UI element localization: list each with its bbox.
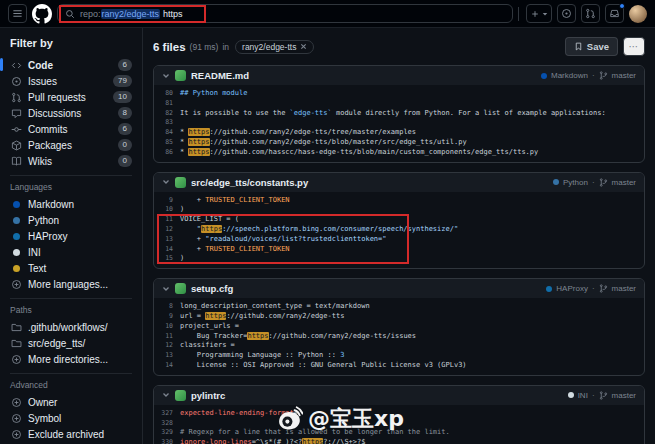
search-input[interactable]: repo:rany2/edge-ttshttps bbox=[57, 4, 513, 23]
language-label: INI bbox=[28, 247, 41, 258]
notifications-button[interactable] bbox=[605, 4, 624, 23]
plus-circle-icon bbox=[10, 354, 22, 365]
file-name-link[interactable]: README.md bbox=[191, 70, 249, 81]
line-number[interactable]: 10 bbox=[154, 205, 180, 215]
code-text: + "readaloud/voices/list?trustedclientto… bbox=[180, 235, 387, 245]
code-snippet: 8long_description_content_type = text/ma… bbox=[154, 298, 644, 375]
save-button-label: Save bbox=[587, 41, 609, 52]
line-number[interactable]: 330 bbox=[154, 438, 180, 444]
code-text: License :: OSI Approved :: GNU General P… bbox=[180, 361, 467, 371]
chevron-down-icon bbox=[162, 391, 170, 399]
result-card-header[interactable]: setup.cfgHAProxy·master bbox=[154, 279, 644, 298]
code-text: ) bbox=[180, 254, 184, 264]
line-number[interactable]: 15 bbox=[154, 254, 180, 264]
result-card-header[interactable]: README.mdMarkdown·master bbox=[154, 66, 644, 85]
line-number[interactable]: 13 bbox=[154, 351, 180, 361]
weibo-icon bbox=[276, 406, 303, 433]
code-line: 82It is possible to use the `edge-tts` m… bbox=[154, 109, 644, 119]
line-number[interactable]: 83 bbox=[154, 118, 180, 128]
sidebar-item-commits[interactable]: Commits6 bbox=[10, 121, 132, 137]
line-number[interactable]: 12 bbox=[154, 225, 180, 235]
sidebar-item-pull-requests[interactable]: Pull requests10 bbox=[10, 89, 132, 105]
advanced-filter-exclude-archived[interactable]: Exclude archived bbox=[10, 426, 132, 442]
sidebar-item-label: Wikis bbox=[28, 156, 52, 167]
save-search-button[interactable]: Save bbox=[565, 37, 618, 56]
hamburger-menu-button[interactable] bbox=[8, 4, 27, 23]
user-avatar[interactable] bbox=[629, 5, 647, 23]
sidebar-item-issues[interactable]: Issues79 bbox=[10, 73, 132, 89]
line-number[interactable]: 11 bbox=[154, 332, 180, 342]
file-name-link[interactable]: src/edge_tts/constants.py bbox=[191, 177, 308, 188]
line-number[interactable]: 327 bbox=[154, 409, 180, 419]
language-filter-ini[interactable]: INI bbox=[10, 244, 132, 260]
branch-label: master bbox=[612, 391, 636, 400]
code-line: 14 + TRUSTED_CLIENT_TOKEN bbox=[154, 245, 644, 255]
line-number[interactable]: 9 bbox=[154, 312, 180, 322]
line-number[interactable]: 328 bbox=[154, 419, 180, 429]
path-filter[interactable]: .github/workflows/ bbox=[10, 319, 132, 335]
filter-sidebar: Filter by Code6Issues79Pull requests10Di… bbox=[0, 28, 143, 444]
line-number[interactable]: 329 bbox=[154, 428, 180, 438]
sidebar-item-wikis[interactable]: Wikis0 bbox=[10, 153, 132, 169]
result-card-header[interactable]: pylintrcINI·master bbox=[154, 386, 644, 405]
line-number[interactable]: 85 bbox=[154, 138, 180, 148]
more-languages[interactable]: More languages... bbox=[10, 276, 132, 292]
watermark-text: @宝玉xp bbox=[308, 404, 404, 434]
line-number[interactable]: 82 bbox=[154, 109, 180, 119]
search-query: repo:rany2/edge-ttshttps bbox=[80, 9, 183, 19]
line-number[interactable]: 86 bbox=[154, 148, 180, 158]
repo-filter-chip[interactable]: rany2/edge-tts bbox=[235, 40, 314, 54]
line-number[interactable]: 14 bbox=[154, 361, 180, 371]
language-filter-python[interactable]: Python bbox=[10, 212, 132, 228]
line-number[interactable]: 8 bbox=[154, 302, 180, 312]
code-line: 9url = https://github.com/rany2/edge-tts bbox=[154, 312, 644, 322]
code-text: It is possible to use the `edge-tts` mod… bbox=[180, 109, 606, 119]
more-options-button[interactable]: ⋯ bbox=[623, 37, 645, 56]
sidebar-item-label: Code bbox=[28, 60, 53, 71]
code-text: * https://github.com/hasscc/hass-edge-tt… bbox=[180, 148, 538, 158]
file-name-link[interactable]: pylintrc bbox=[191, 390, 225, 401]
discussion-icon bbox=[10, 108, 22, 119]
github-logo[interactable] bbox=[32, 4, 52, 24]
line-number[interactable]: 13 bbox=[154, 235, 180, 245]
line-number[interactable]: 80 bbox=[154, 89, 180, 99]
language-filter-haproxy[interactable]: HAProxy bbox=[10, 228, 132, 244]
line-number[interactable]: 10 bbox=[154, 322, 180, 332]
sidebar-item-code[interactable]: Code6 bbox=[10, 57, 132, 73]
language-color-dot bbox=[568, 392, 574, 398]
meta-separator: · bbox=[592, 71, 595, 80]
bookmark-icon bbox=[574, 42, 583, 51]
sidebar-item-label: Issues bbox=[28, 76, 57, 87]
pull-requests-nav-button[interactable] bbox=[581, 4, 600, 23]
code-line: 8long_description_content_type = text/ma… bbox=[154, 302, 644, 312]
language-filter-text[interactable]: Text bbox=[10, 260, 132, 276]
plus-circle-icon bbox=[10, 429, 22, 440]
language-label: Python bbox=[28, 215, 59, 226]
create-new-button[interactable] bbox=[526, 4, 552, 23]
more-directories[interactable]: More directories... bbox=[10, 351, 132, 367]
code-line: 11VOICE_LIST = ( bbox=[154, 215, 644, 225]
advanced-filter-owner[interactable]: Owner bbox=[10, 394, 132, 410]
file-name-link[interactable]: setup.cfg bbox=[191, 283, 233, 294]
close-icon[interactable] bbox=[300, 43, 307, 50]
git-branch-icon bbox=[599, 178, 608, 187]
line-number[interactable]: 81 bbox=[154, 99, 180, 109]
code-text: * https://github.com/rany2/edge-tts/blob… bbox=[180, 138, 467, 148]
language-label: HAProxy bbox=[28, 231, 67, 242]
line-number[interactable]: 12 bbox=[154, 341, 180, 351]
advanced-filter-label: Symbol bbox=[28, 413, 61, 424]
line-number[interactable]: 9 bbox=[154, 196, 180, 206]
language-filter-markdown[interactable]: Markdown bbox=[10, 196, 132, 212]
sidebar-item-packages[interactable]: Packages0 bbox=[10, 137, 132, 153]
sidebar-item-label: Commits bbox=[28, 124, 67, 135]
line-number[interactable]: 14 bbox=[154, 245, 180, 255]
result-card-header[interactable]: src/edge_tts/constants.pyPython·master bbox=[154, 173, 644, 192]
results-count: 6 files bbox=[153, 41, 186, 53]
sidebar-item-discussions[interactable]: Discussions8 bbox=[10, 105, 132, 121]
path-filter[interactable]: src/edge_tts/ bbox=[10, 335, 132, 351]
issues-nav-button[interactable] bbox=[557, 4, 576, 23]
advanced-filter-symbol[interactable]: Symbol bbox=[10, 410, 132, 426]
line-number[interactable]: 84 bbox=[154, 128, 180, 138]
line-number[interactable]: 11 bbox=[154, 215, 180, 225]
language-label: Text bbox=[28, 263, 46, 274]
